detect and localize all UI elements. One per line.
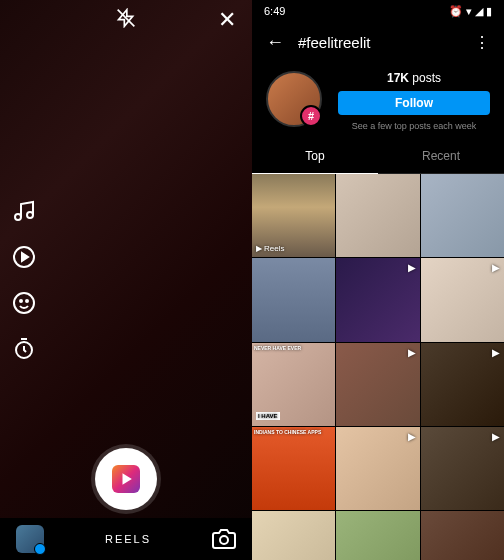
svg-point-1 bbox=[15, 214, 21, 220]
timer-icon[interactable] bbox=[12, 337, 36, 361]
play-icon: ▶ bbox=[408, 347, 416, 358]
gallery-thumbnail[interactable] bbox=[16, 525, 44, 553]
tab-recent[interactable]: Recent bbox=[378, 139, 504, 173]
play-icon: ▶ bbox=[408, 431, 416, 442]
battery-icon: ▮ bbox=[486, 5, 492, 18]
overlay-text: NEVER HAVE EVER bbox=[254, 345, 301, 351]
signal-icon: ◢ bbox=[475, 5, 483, 18]
grid-item[interactable]: ▶ bbox=[336, 343, 419, 426]
capture-area bbox=[0, 448, 252, 510]
grid-item[interactable]: INDIANS TO CHINESE APPS bbox=[252, 427, 335, 510]
grid-item[interactable] bbox=[252, 511, 335, 560]
status-icons: ⏰ ▾ ◢ ▮ bbox=[449, 5, 492, 18]
hashtag-avatar[interactable] bbox=[266, 71, 322, 127]
speed-icon[interactable] bbox=[12, 245, 36, 269]
effects-icon[interactable] bbox=[12, 291, 36, 315]
grid-item[interactable] bbox=[252, 258, 335, 341]
reels-icon bbox=[112, 465, 140, 493]
grid-item[interactable]: ▶ bbox=[421, 343, 504, 426]
capture-button[interactable] bbox=[95, 448, 157, 510]
grid-item[interactable]: ▶ bbox=[336, 427, 419, 510]
svg-marker-4 bbox=[22, 253, 28, 261]
play-icon: ▶ bbox=[492, 347, 500, 358]
alarm-icon: ⏰ bbox=[449, 5, 463, 18]
grid-item[interactable] bbox=[336, 511, 419, 560]
overlay-text: INDIANS TO CHINESE APPS bbox=[254, 429, 321, 435]
back-arrow-icon[interactable]: ← bbox=[266, 32, 284, 53]
flash-off-icon[interactable] bbox=[116, 8, 136, 33]
svg-marker-9 bbox=[123, 473, 132, 485]
post-count: 17K posts bbox=[387, 71, 441, 85]
play-icon: ▶ bbox=[408, 262, 416, 273]
close-icon[interactable]: ✕ bbox=[218, 7, 236, 33]
hashtag-title: #feelitreelit bbox=[298, 34, 371, 51]
menu-dots-icon[interactable]: ⋮ bbox=[474, 33, 490, 52]
wifi-icon: ▾ bbox=[466, 5, 472, 18]
camera-side-tools bbox=[12, 199, 36, 361]
status-bar: 6:49 ⏰ ▾ ◢ ▮ bbox=[252, 0, 504, 22]
camera-bottom-bar: REELS bbox=[0, 518, 252, 560]
mode-label: REELS bbox=[105, 533, 151, 545]
grid-item[interactable]: ▶ Reels bbox=[252, 174, 335, 257]
tab-top[interactable]: Top bbox=[252, 139, 378, 173]
grid-item[interactable] bbox=[421, 511, 504, 560]
tabs: Top Recent bbox=[252, 139, 504, 174]
camera-switch-icon[interactable] bbox=[212, 527, 236, 551]
svg-point-5 bbox=[14, 293, 34, 313]
camera-top-bar: ✕ bbox=[0, 0, 252, 40]
hashtag-screen: 6:49 ⏰ ▾ ◢ ▮ ← #feelitreelit ⋮ 17K posts… bbox=[252, 0, 504, 560]
grid-item[interactable]: ▶ bbox=[336, 258, 419, 341]
reels-camera-screen: ✕ REELS bbox=[0, 0, 252, 560]
play-icon: ▶ bbox=[492, 262, 500, 273]
hashtag-header: ← #feelitreelit ⋮ bbox=[252, 22, 504, 63]
follow-button[interactable]: Follow bbox=[338, 91, 490, 115]
profile-info: 17K posts Follow See a few top posts eac… bbox=[338, 71, 490, 131]
grid-item[interactable]: ▶ bbox=[421, 427, 504, 510]
grid-item[interactable] bbox=[421, 174, 504, 257]
grid-item[interactable]: NEVER HAVE EVER I HAVE bbox=[252, 343, 335, 426]
grid-item[interactable]: ▶ bbox=[421, 258, 504, 341]
svg-point-6 bbox=[20, 300, 22, 302]
play-icon: ▶ bbox=[492, 431, 500, 442]
overlay-text: I HAVE bbox=[256, 412, 280, 420]
svg-point-10 bbox=[220, 536, 228, 544]
posts-grid: ▶ Reels ▶ ▶ NEVER HAVE EVER I HAVE ▶ ▶ I… bbox=[252, 174, 504, 560]
svg-point-2 bbox=[27, 212, 33, 218]
see-more-text: See a few top posts each week bbox=[352, 121, 477, 131]
hashtag-profile-section: 17K posts Follow See a few top posts eac… bbox=[252, 63, 504, 139]
music-icon[interactable] bbox=[12, 199, 36, 223]
grid-item[interactable] bbox=[336, 174, 419, 257]
svg-point-7 bbox=[26, 300, 28, 302]
status-time: 6:49 bbox=[264, 5, 285, 17]
reels-badge: ▶ Reels bbox=[256, 244, 284, 253]
